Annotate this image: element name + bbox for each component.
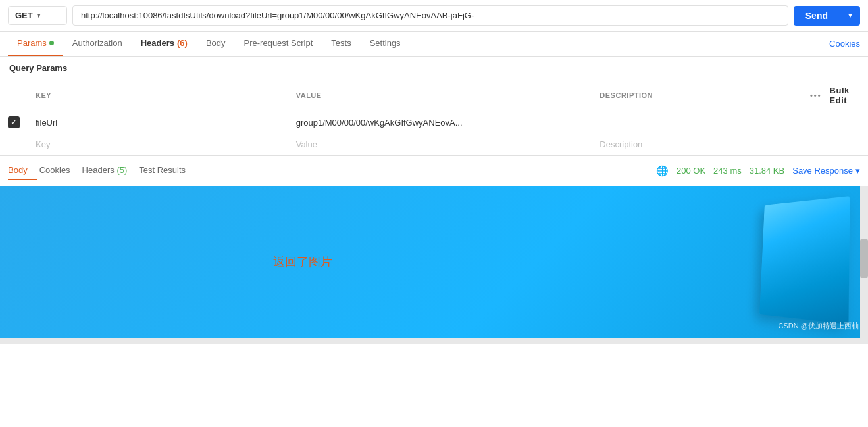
- tab-params-label: Params: [17, 38, 47, 48]
- resp-meta: 🌐 200 OK 243 ms 31.84 KB Save Response ▾: [656, 165, 860, 177]
- empty-value-cell[interactable]: Value: [288, 134, 592, 155]
- scrollbar-thumb[interactable]: [860, 239, 868, 278]
- params-table: KEY VALUE DESCRIPTION ••• Bulk Edit ✓ fi…: [0, 80, 868, 155]
- response-time: 243 ms: [713, 166, 742, 176]
- save-response-label: Save Response: [792, 166, 853, 176]
- method-label: GET: [15, 11, 33, 20]
- response-size: 31.84 KB: [750, 166, 785, 176]
- tab-settings[interactable]: Settings: [361, 32, 410, 56]
- save-response-button[interactable]: Save Response ▾: [792, 166, 860, 176]
- empty-key-cell[interactable]: Key: [28, 134, 288, 155]
- tab-tests-label: Tests: [331, 38, 351, 48]
- tab-headers-label: Headers: [141, 38, 174, 48]
- col-header-value: VALUE: [288, 80, 592, 111]
- cookies-link-label: Cookies: [829, 39, 860, 49]
- resp-tab-body-label: Body: [8, 165, 28, 175]
- resp-tab-headers-label: Headers: [82, 165, 115, 175]
- tab-body-label: Body: [206, 38, 226, 48]
- headers-badge: (6): [177, 38, 188, 48]
- tab-headers[interactable]: Headers (6): [132, 32, 197, 56]
- tab-settings-label: Settings: [370, 38, 401, 48]
- table-row: ✓ fileUrl group1/M00/00/00/wKgAkGIfGwyAN…: [0, 111, 868, 134]
- resp-headers-badge: (5): [116, 165, 127, 175]
- empty-actions-cell: [802, 134, 868, 155]
- row-actions-cell: [802, 111, 868, 134]
- checkbox-checked-icon[interactable]: ✓: [8, 116, 20, 128]
- globe-icon: 🌐: [656, 165, 669, 177]
- response-body: 返回了图片 CSDN @伏加特遇上西柚: [0, 186, 868, 338]
- params-dot: [49, 41, 54, 45]
- method-chevron-icon: ▾: [37, 12, 40, 19]
- empty-checkbox-cell: [0, 134, 28, 155]
- tab-tests[interactable]: Tests: [322, 32, 360, 56]
- save-response-arrow-icon: ▾: [855, 166, 860, 176]
- tab-authorization-label: Authorization: [72, 38, 122, 48]
- row-key-cell[interactable]: fileUrl: [28, 111, 288, 134]
- row-checkbox-cell[interactable]: ✓: [0, 111, 28, 134]
- request-tabs: Params Authorization Headers (6) Body Pr…: [0, 32, 868, 57]
- response-tabs: Body Cookies Headers (5) Test Results 🌐 …: [0, 155, 868, 186]
- response-image-shape: [759, 196, 850, 324]
- col-header-key: KEY: [28, 80, 288, 111]
- resp-tab-test-results-label: Test Results: [139, 165, 186, 175]
- send-arrow-icon[interactable]: ▾: [840, 11, 860, 20]
- desc-placeholder: Description: [600, 139, 642, 149]
- row-value-value: group1/M00/00/00/wKgAkGIfGwyANEovA...: [296, 118, 463, 128]
- tab-authorization[interactable]: Authorization: [63, 32, 132, 56]
- scrollbar-track[interactable]: [860, 186, 868, 338]
- row-key-value: fileUrl: [36, 118, 57, 128]
- resp-tab-cookies[interactable]: Cookies: [39, 161, 80, 180]
- method-select[interactable]: GET ▾: [8, 6, 67, 25]
- empty-row: Key Value Description: [0, 134, 868, 155]
- key-placeholder: Key: [36, 139, 50, 149]
- bulk-edit-button[interactable]: Bulk Edit: [830, 86, 860, 105]
- resp-tab-headers[interactable]: Headers (5): [82, 161, 137, 180]
- cookies-link[interactable]: Cookies: [829, 32, 860, 55]
- response-overlay-text: 返回了图片: [273, 254, 332, 270]
- send-label: Send: [794, 11, 840, 21]
- horizontal-scrollbar[interactable]: [0, 338, 868, 344]
- tab-prerequest[interactable]: Pre-request Script: [235, 32, 322, 56]
- tab-params[interactable]: Params: [8, 32, 63, 56]
- resp-tab-body[interactable]: Body: [8, 161, 37, 180]
- tab-body[interactable]: Body: [197, 32, 235, 56]
- resp-tab-cookies-label: Cookies: [39, 165, 70, 175]
- col-header-check: [0, 80, 28, 111]
- row-desc-cell[interactable]: [592, 111, 802, 134]
- empty-desc-cell[interactable]: Description: [592, 134, 802, 155]
- col-header-actions: ••• Bulk Edit: [802, 80, 868, 111]
- more-options-icon[interactable]: •••: [810, 91, 822, 99]
- resp-tab-test-results[interactable]: Test Results: [139, 161, 195, 180]
- response-status: 200 OK: [677, 166, 705, 176]
- top-bar: GET ▾ Send ▾: [0, 0, 868, 32]
- url-input[interactable]: [72, 5, 788, 26]
- send-button[interactable]: Send ▾: [794, 6, 860, 26]
- tab-prerequest-label: Pre-request Script: [244, 38, 313, 48]
- col-header-description: DESCRIPTION: [592, 80, 802, 111]
- query-params-title: Query Params: [0, 57, 868, 80]
- watermark: CSDN @伏加特遇上西柚: [779, 321, 859, 331]
- row-value-cell[interactable]: group1/M00/00/00/wKgAkGIfGwyANEovA...: [288, 111, 592, 134]
- value-placeholder: Value: [296, 139, 317, 149]
